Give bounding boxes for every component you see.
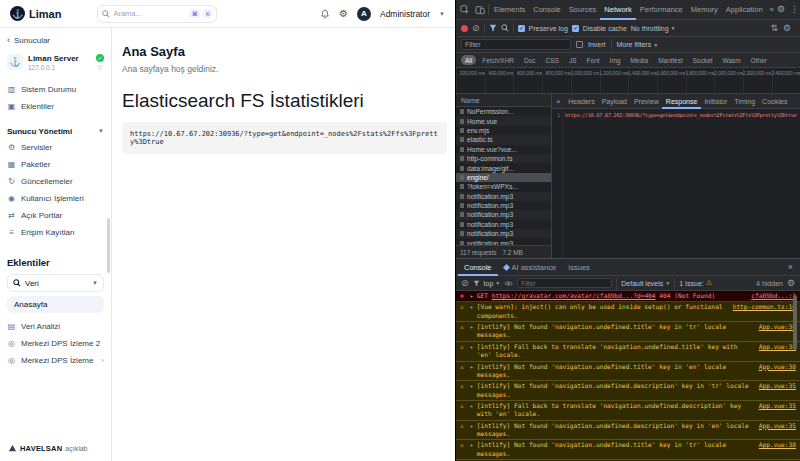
- sidebar-item-veri[interactable]: Veri ▼: [7, 274, 104, 292]
- user-menu-chevron-icon[interactable]: ▼: [439, 11, 445, 17]
- user-avatar[interactable]: A: [357, 7, 371, 21]
- issues-badge[interactable]: 1 Issue: ⚠: [679, 279, 712, 287]
- network-filter-input[interactable]: [461, 39, 571, 50]
- expand-caret-icon[interactable]: [470, 303, 474, 311]
- clear-console-icon[interactable]: ⊘: [461, 279, 469, 288]
- request-type-chip[interactable]: Doc: [520, 55, 540, 65]
- console-settings-gear-icon[interactable]: ⚙: [787, 279, 795, 288]
- response-content[interactable]: https://10.67.67.202:30936/?type=get&end…: [563, 109, 799, 258]
- devtools-tab[interactable]: Performance: [636, 0, 687, 20]
- more-filters-dropdown[interactable]: More filters ▼: [617, 41, 659, 48]
- sidebar-item-veri-analizi[interactable]: ▤ Veri Analizi: [7, 318, 104, 335]
- source-location-link[interactable]: cfa89bd...:1: [751, 292, 796, 300]
- device-toolbar-icon[interactable]: [473, 5, 487, 15]
- console-filter-input[interactable]: [517, 278, 612, 288]
- request-type-chip[interactable]: Other: [747, 55, 771, 65]
- console-message[interactable]: [intlify] Not found 'navigation.undefine…: [456, 362, 800, 382]
- request-type-chip[interactable]: Font: [583, 55, 604, 65]
- close-detail-icon[interactable]: ×: [552, 97, 565, 106]
- console-scrollbar[interactable]: [793, 295, 797, 350]
- disable-cache-checkbox[interactable]: [572, 25, 579, 32]
- devtools-settings-gear-icon[interactable]: ⚙: [777, 5, 785, 14]
- log-levels-dropdown[interactable]: Default levels ▼: [621, 280, 670, 287]
- preserve-log-checkbox[interactable]: [518, 25, 525, 32]
- request-type-chip[interactable]: CSS: [542, 55, 563, 65]
- source-location-link[interactable]: App.vue:35: [759, 402, 796, 410]
- console-message[interactable]: [intlify] Fall back to translate 'naviga…: [456, 401, 800, 421]
- hidden-messages-count[interactable]: 4 hidden: [756, 280, 783, 287]
- global-search[interactable]: ⌘ K: [97, 5, 217, 23]
- user-name[interactable]: Administrator: [380, 9, 430, 19]
- source-location-link[interactable]: App.vue:35: [759, 422, 796, 430]
- sidebar-item[interactable]: Servisler: [7, 139, 104, 156]
- network-request-row[interactable]: notification.mp3: [456, 201, 551, 210]
- close-drawer-icon[interactable]: ×: [788, 262, 798, 272]
- network-request-row[interactable]: notification.mp3: [456, 220, 551, 229]
- detail-tab[interactable]: Preview: [630, 94, 662, 109]
- sidebar-item[interactable]: Paketler: [7, 156, 104, 173]
- console-message[interactable]: [Vue warn]: inject() can only be used in…: [456, 302, 800, 322]
- network-request-row[interactable]: notification.mp3: [456, 192, 551, 201]
- detail-tab[interactable]: Headers: [565, 94, 598, 109]
- expand-caret-icon[interactable]: [470, 441, 474, 449]
- name-column-header[interactable]: Name: [456, 94, 551, 107]
- expand-caret-icon[interactable]: [470, 363, 474, 371]
- devtools-tab[interactable]: Memory: [687, 0, 722, 20]
- network-request-row[interactable]: data:image/gif...: [456, 163, 551, 172]
- back-to-servers-link[interactable]: ‹ Sunucular: [7, 36, 104, 45]
- sidebar-scrollbar[interactable]: [107, 218, 110, 273]
- live-expression-eye-icon[interactable]: [504, 280, 513, 287]
- console-message[interactable]: GET https://gravatar.com/avatar/cfa89bd.…: [456, 291, 800, 302]
- detail-tab[interactable]: Response: [662, 94, 701, 109]
- network-request-row[interactable]: ?token=xWPXs...: [456, 182, 551, 191]
- server-card[interactable]: ⚓ Liman Server 127.0.0.1 ✓ ☆: [7, 54, 104, 71]
- sidebar-item[interactable]: Kullanıcı İşlemleri: [7, 190, 104, 207]
- sidebar-item-merkezi-dps-izleme-2[interactable]: ◎ Merkezi DPS İzleme 2 ›: [7, 335, 104, 352]
- network-request-row[interactable]: notification.mp3: [456, 210, 551, 219]
- request-type-chip[interactable]: Socket: [689, 55, 717, 65]
- network-request-row[interactable]: engine/: [456, 173, 551, 182]
- devtools-menu-kebab-icon[interactable]: ⋮: [790, 5, 799, 14]
- console-message[interactable]: [intlify] Not found 'navigation.undefine…: [456, 421, 800, 441]
- filter-funnel-icon[interactable]: [489, 24, 497, 32]
- sidebar-item[interactable]: Güncellemeler: [7, 173, 104, 190]
- request-type-chip[interactable]: Fetch/XHR: [478, 55, 518, 65]
- detail-tab[interactable]: Payload: [598, 94, 630, 109]
- request-type-chip[interactable]: All: [461, 55, 476, 65]
- network-request-row[interactable]: elastic.ts: [456, 135, 551, 144]
- sidebar-item-eklentiler[interactable]: ▣ Eklentiler: [7, 98, 104, 115]
- devtools-tab[interactable]: Application: [722, 0, 767, 20]
- brand[interactable]: ⚓ Liman: [10, 6, 61, 21]
- source-location-link[interactable]: App.vue:38: [759, 363, 796, 371]
- network-request-row[interactable]: http-common.ts: [456, 154, 551, 163]
- inspect-element-icon[interactable]: [458, 5, 472, 15]
- search-input[interactable]: [113, 9, 186, 18]
- network-request-row[interactable]: env.mjs: [456, 126, 551, 135]
- throttling-dropdown[interactable]: No throttling ▼: [631, 25, 676, 32]
- sidebar-item[interactable]: Açık Portlar: [7, 207, 104, 224]
- source-location-link[interactable]: App.vue:35: [759, 382, 796, 390]
- request-type-chip[interactable]: Img: [606, 55, 625, 65]
- import-export-har-icon[interactable]: ⇅: [770, 24, 778, 33]
- message-inline-link[interactable]: https://gravatar.com/avatar/cfa89bd...?d…: [492, 292, 656, 299]
- network-request-row[interactable]: Home.vue: [456, 116, 551, 125]
- network-settings-gear-icon[interactable]: ⚙: [783, 24, 791, 33]
- expand-caret-icon[interactable]: [470, 323, 474, 331]
- devtools-tab[interactable]: Network: [600, 0, 636, 20]
- devtools-tab[interactable]: Sources: [565, 0, 601, 20]
- request-type-chip[interactable]: Manifest: [654, 55, 687, 65]
- request-type-chip[interactable]: Media: [626, 55, 652, 65]
- tab-console[interactable]: Console: [458, 259, 498, 276]
- expand-caret-icon[interactable]: [470, 343, 474, 351]
- settings-gear-icon[interactable]: ⚙: [339, 9, 348, 19]
- invert-filter-checkbox[interactable]: [576, 41, 583, 48]
- section-sunucu-yonetimi[interactable]: Sunucu Yönetimi ▼: [7, 123, 104, 139]
- notifications-bell-icon[interactable]: [320, 9, 330, 19]
- tab-ai-assistance[interactable]: AI assistance: [498, 259, 563, 276]
- detail-tab[interactable]: Timing: [731, 94, 759, 109]
- network-request-row[interactable]: Home.vue?vue...: [456, 145, 551, 154]
- console-message[interactable]: [intlify] Not found 'navigation.undefine…: [456, 322, 800, 342]
- sidebar-item-anasayfa-active[interactable]: Anasayfa: [7, 296, 104, 313]
- request-type-chip[interactable]: JS: [565, 55, 581, 65]
- execution-context-dropdown[interactable]: top ▼: [484, 280, 501, 287]
